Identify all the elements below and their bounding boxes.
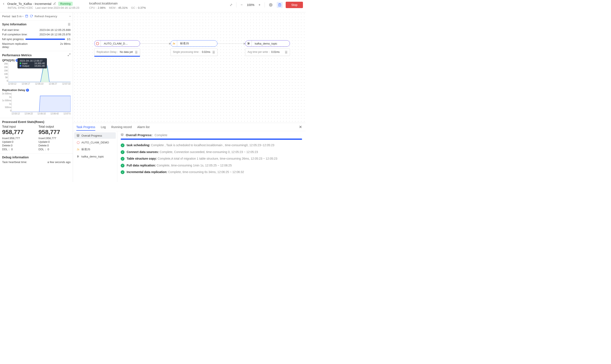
host-metrics: CPU：2.98% MEM：45.31% GC：0.37%	[89, 6, 146, 10]
max-delay-val: 2s 98ms	[60, 42, 71, 49]
tt-in-label: Input	[22, 62, 27, 65]
qps-chart: QPS(Q/S)i 2023–04–16 12:06:27 Input16,95…	[2, 59, 71, 86]
stack-icon	[121, 133, 124, 137]
pl-overall[interactable]: Overall Progress	[74, 132, 116, 139]
in-stat: Update:0	[2, 140, 34, 144]
zoom-out-icon[interactable]: −	[239, 3, 244, 7]
pl-label: AUTO_CLAIM_DEMO	[81, 141, 109, 144]
settings-icon[interactable]	[268, 2, 274, 8]
out-stat: Update:0	[39, 140, 71, 144]
delay-chart: Replication Delayi 2s 500ms 2s 1s 500ms …	[2, 89, 71, 116]
total-output-label: Total output	[39, 125, 71, 128]
events-section: Processed Event Stats(Rows) Total input …	[0, 118, 73, 153]
overall-progress-bar	[121, 139, 302, 140]
node-transform[interactable]: Js 标准JS Single processing time： 0.02ms ☰	[171, 40, 217, 56]
ytick: 2s 500ms	[2, 92, 11, 95]
ytick: 2s	[2, 96, 11, 98]
out-stat: Insert:958,777	[39, 136, 71, 140]
svg-point-21	[77, 156, 78, 157]
svg-point-14	[249, 44, 249, 44]
node-sub-val: 0.02ms	[202, 51, 210, 53]
collapse-icon[interactable]	[229, 3, 233, 7]
tab-task-progress[interactable]: Task Progress	[76, 124, 95, 130]
list-icon[interactable]: ☰	[212, 51, 215, 54]
title-row: Oracle_To_Kafka - Incremental Running	[2, 2, 83, 6]
panel-body: Overall Progress ◯AUTO_CLAIM_DEMO Js标准JS…	[73, 131, 306, 182]
check-icon: ✓	[121, 170, 124, 174]
sync-k0: Full start time:	[2, 28, 20, 32]
refresh-label: Refresh frequency	[35, 15, 57, 18]
sync-prog-bar	[25, 39, 65, 40]
svg-marker-19	[77, 134, 79, 136]
node-progress	[94, 56, 140, 57]
task-title: Oracle_To_Kafka - Incremental	[7, 2, 51, 6]
sidebar[interactable]: Period last 5 m Refresh frequency ▾ Sync…	[0, 12, 73, 182]
zoom-level: 100%	[247, 3, 254, 7]
edit-icon[interactable]	[53, 2, 56, 6]
node-source[interactable]: ◯ AUTO_CLAIM_D… Replication Delay： No da…	[94, 40, 140, 57]
qps-tooltip: 2023–04–16 12:06:27 Input16,955.40 Outpu…	[17, 58, 47, 68]
calendar-icon[interactable]	[25, 14, 28, 18]
pl-js[interactable]: Js标准JS	[74, 146, 116, 153]
tt-out-val: 18,651.00	[34, 65, 45, 67]
in-stat: Delete:0	[2, 144, 34, 147]
in-stat: Insert:958,777	[2, 136, 34, 140]
node-label: kafka_demo_topic	[252, 42, 280, 45]
topbar-left: Oracle_To_Kafka - Incremental Running IN…	[2, 2, 83, 9]
tabs: Task Progress Log Running record Alarm l…	[73, 123, 306, 131]
tab-alarm-list[interactable]: Alarm list	[137, 124, 150, 130]
body: Period last 5 m Refresh frequency ▾ Sync…	[0, 12, 306, 182]
ytick: 20K	[2, 66, 8, 68]
xtick: 12:07:32	[62, 83, 71, 85]
panel-right[interactable]: Overall Progress: Complete ✓task schedul…	[117, 131, 306, 182]
stop-button[interactable]: Stop	[286, 2, 303, 8]
chevron-down-icon[interactable]: ▾	[69, 15, 71, 17]
xtick: 12:04:22	[25, 113, 33, 115]
xtick: 12:05:22	[35, 83, 43, 85]
total-output-val: 958,777	[39, 129, 71, 136]
node-target[interactable]: kafka_demo_topic Avg time per write： 0.0…	[245, 40, 290, 56]
tt-time: 2023–04–16 12:06:27	[20, 59, 45, 62]
max-delay-label: Maximum replication delay:	[2, 42, 30, 49]
info-icon[interactable]: i	[26, 89, 29, 92]
tab-log[interactable]: Log	[101, 124, 106, 130]
js-icon: Js	[171, 40, 177, 46]
host-name: localhost.localdomain	[89, 2, 146, 5]
overall-status: Complete	[155, 133, 167, 137]
pl-source[interactable]: ◯AUTO_CLAIM_DEMO	[74, 139, 116, 145]
tl-title: Full data replication:	[127, 164, 156, 167]
list-icon[interactable]: ☰	[68, 23, 71, 26]
node-sub-label: Avg time per write：	[248, 51, 271, 53]
clipboard-icon[interactable]	[277, 2, 283, 8]
back-icon[interactable]	[2, 2, 6, 6]
divider	[236, 2, 237, 7]
check-icon: ✓	[121, 157, 124, 161]
tl-desc: Complete , Task is scheduled to localhos…	[151, 143, 274, 147]
tl-desc: Complete, time-consuming 6s 34ms, 12:06:…	[168, 170, 244, 174]
period-select[interactable]: last 5 m	[12, 15, 24, 18]
close-icon[interactable]: ✕	[299, 125, 302, 129]
tab-running-record[interactable]: Running record	[111, 124, 132, 130]
list-icon[interactable]: ☰	[285, 51, 288, 54]
mode-label: INITIAL SYNC+CDC	[8, 6, 33, 9]
overall-title: Overall Progress:	[126, 133, 152, 137]
total-input-val: 958,777	[2, 129, 34, 136]
canvas[interactable]: ◯ AUTO_CLAIM_D… Replication Delay： No da…	[73, 12, 306, 123]
list-icon[interactable]: ☰	[135, 51, 138, 54]
xtick: 12:05:32	[38, 113, 46, 115]
ytick: 10K	[2, 73, 8, 75]
svg-point-20	[77, 156, 78, 156]
total-input-label: Total input	[2, 125, 34, 128]
node-label: AUTO_CLAIM_D…	[101, 42, 131, 45]
zoom-in-icon[interactable]: +	[257, 3, 262, 7]
ytick: 25K	[2, 63, 8, 65]
last-start-label: Last start time:	[35, 6, 53, 9]
in-stat: DDL： 0	[2, 147, 34, 152]
node-sub-val: No data yet	[120, 51, 133, 53]
pl-kafka[interactable]: kafka_demo_topic	[74, 153, 116, 160]
fullscreen-icon[interactable]	[67, 53, 71, 57]
ytick: 1s 500ms	[2, 99, 11, 102]
status-badge: Running	[58, 2, 73, 6]
svg-marker-25	[121, 133, 123, 135]
refresh-icon[interactable]	[30, 14, 33, 18]
